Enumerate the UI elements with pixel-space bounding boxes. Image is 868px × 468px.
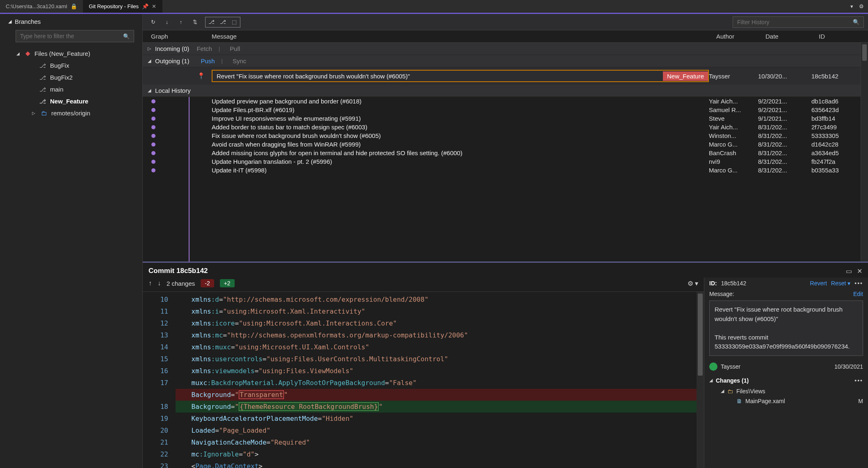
additions-badge: +2: [220, 279, 235, 287]
commit-id: 53333305: [811, 132, 861, 139]
dropdown-icon[interactable]: ▾: [850, 3, 853, 9]
gear-icon[interactable]: ⚙: [859, 3, 864, 9]
commit-dot: [151, 108, 155, 112]
commit-dot: [151, 134, 155, 138]
filter-history[interactable]: 🔍: [733, 16, 864, 28]
history-row[interactable]: Fix issue where root background brush wo…: [143, 131, 861, 140]
restore-icon[interactable]: ▭: [846, 267, 852, 275]
commit-pin-icon: 📍: [197, 72, 205, 80]
edit-link[interactable]: Edit: [853, 291, 863, 297]
history-scrollbar[interactable]: [861, 43, 868, 262]
commit-author: nvi9: [709, 158, 758, 165]
pull-link[interactable]: Pull: [230, 45, 240, 52]
changes-folder[interactable]: ◢ 🗀 Files\Views: [704, 386, 868, 396]
commit-date: 8/31/202...: [758, 158, 811, 165]
refresh-button[interactable]: ↻: [147, 17, 159, 28]
commit-author: Marco G...: [709, 167, 758, 174]
close-icon[interactable]: ✕: [152, 3, 156, 9]
line-gutter: 1011121314151617 181920212223: [143, 292, 176, 468]
outgoing-section[interactable]: ◢ Outgoing (1) Push | Sync: [143, 55, 861, 67]
outgoing-commit-id: 18c5b142: [811, 73, 861, 80]
commit-message-box[interactable]: Revert "Fix issue where root background …: [709, 301, 863, 356]
branch-remotes[interactable]: ▷ 🗀 remotes/origin: [0, 107, 142, 119]
branch-item-new-feature[interactable]: ⎇ New_Feature: [0, 95, 142, 107]
branch-item-bugfix2[interactable]: ⎇ BugFix2: [0, 71, 142, 83]
changes-header[interactable]: ◢ Changes (1) •••: [704, 373, 868, 386]
branches-header[interactable]: ◢ Branches: [0, 14, 142, 28]
id-value: 18c5b142: [721, 280, 747, 287]
filter-history-input[interactable]: [733, 17, 849, 27]
gear-icon[interactable]: ⚙ ▾: [688, 280, 698, 287]
commit-dot: [151, 142, 155, 147]
repo-toolbar: ↻ ↓ ↑ ⇅ ⎇ ⎇ ⬚ 🔍: [143, 14, 868, 30]
more-icon[interactable]: •••: [854, 280, 863, 287]
commit-date: 8/31/202...: [758, 132, 811, 139]
commit-message: Update Files.pt-BR.xlf (#6019): [212, 106, 709, 113]
branch-icon: ⎇: [39, 74, 46, 81]
branch-root[interactable]: ◢ ◆ Files (New_Feature): [0, 47, 142, 60]
commit-dot: [151, 160, 155, 164]
more-icon[interactable]: •••: [854, 377, 863, 384]
push-link[interactable]: Push: [201, 57, 215, 64]
commit-author: BanCrash: [709, 149, 758, 156]
outgoing-commit-row[interactable]: 📍 Revert "Fix issue where root backgroun…: [143, 67, 861, 85]
repo-tab[interactable]: Git Repository - Files 📌 ✕: [83, 0, 162, 13]
graph-line: [189, 97, 190, 262]
incoming-section[interactable]: ▷ Incoming (0) Fetch | Pull: [143, 43, 861, 55]
history-row[interactable]: Update Hungarian translation - pt. 2 (#5…: [143, 157, 861, 166]
push-button[interactable]: ↑: [175, 17, 187, 28]
branches-filter-input[interactable]: [16, 30, 119, 42]
history-row[interactable]: Avoid crash when dragging files from Win…: [143, 140, 861, 149]
commit-dot: [151, 125, 155, 129]
commit-details-pane: Commit 18c5b142 ▭ ✕ ↑ ↓ 2 changes -2 +2: [143, 263, 868, 468]
changed-file[interactable]: 🗎 MainPage.xaml M: [704, 396, 868, 406]
history-row[interactable]: Updated preview pane background and bord…: [143, 97, 861, 106]
file-tab[interactable]: C:\Users\ta...3ca120.xaml 🔒: [0, 0, 83, 13]
commit-side-panel: ID: 18c5b142 Revert Reset ▾ ••• Message:…: [704, 278, 868, 468]
deletions-badge: -2: [201, 279, 214, 287]
fetch-link[interactable]: Fetch: [196, 45, 212, 52]
reset-link[interactable]: Reset ▾: [831, 280, 850, 287]
fetch-button[interactable]: ↓: [161, 17, 173, 28]
history-row[interactable]: Update it-IT (#5998)Marco G...8/31/202..…: [143, 166, 861, 174]
commit-message: Improve UI responsiveness while enumerat…: [212, 115, 709, 122]
chevron-right-icon: ▷: [32, 111, 37, 115]
chevron-down-icon: ◢: [148, 88, 151, 93]
history-row[interactable]: Update Files.pt-BR.xlf (#6019)Samuel R..…: [143, 106, 861, 114]
search-icon[interactable]: 🔍: [119, 33, 134, 39]
commit-author: Taysser: [721, 363, 740, 370]
history-row[interactable]: Added border to status bar to match desi…: [143, 123, 861, 131]
repo-icon: ◆: [25, 50, 30, 57]
next-change-button[interactable]: ↓: [158, 280, 161, 287]
local-history-section[interactable]: ◢ Local History: [143, 85, 861, 97]
branch-item-main[interactable]: ⎇ main: [0, 83, 142, 95]
history-row[interactable]: Added missing icons glyphs for open in t…: [143, 149, 861, 157]
col-date: Date: [765, 33, 819, 40]
branch-badge: New_Feature: [663, 71, 708, 81]
revert-link[interactable]: Revert: [810, 280, 827, 287]
graph-button-1[interactable]: ⎇: [206, 17, 217, 27]
search-icon[interactable]: 🔍: [849, 19, 863, 25]
commit-date: 10/30/2021: [834, 363, 863, 370]
code-content[interactable]: xmlns:d="http://schemas.microsoft.com/ex…: [176, 292, 697, 468]
chevron-down-icon: ◢: [709, 378, 713, 383]
sync-link[interactable]: Sync: [233, 57, 246, 64]
graph-button-2[interactable]: ⎇: [217, 17, 228, 27]
col-author: Author: [716, 33, 765, 40]
commit-message: Update Hungarian translation - pt. 2 (#5…: [212, 158, 709, 165]
prev-change-button[interactable]: ↑: [148, 280, 152, 287]
tag-button[interactable]: ⬚: [228, 17, 240, 27]
commit-id: fb247f2a: [811, 158, 861, 165]
diff-scrollbar[interactable]: [697, 292, 704, 468]
history-row[interactable]: Improve UI responsiveness while enumerat…: [143, 114, 861, 123]
pin-icon[interactable]: 📌: [142, 3, 148, 9]
branch-icon: ⎇: [39, 62, 46, 69]
sync-button[interactable]: ⇅: [189, 17, 201, 28]
commit-message: Updated preview pane background and bord…: [212, 98, 709, 105]
commit-date: 9/2/2021...: [758, 106, 811, 113]
col-graph: Graph: [151, 33, 212, 40]
branches-filter[interactable]: 🔍: [16, 30, 134, 42]
commit-message: Added border to status bar to match desi…: [212, 124, 709, 131]
branch-item-bugfix[interactable]: ⎇ BugFix: [0, 60, 142, 71]
close-icon[interactable]: ✕: [857, 267, 862, 275]
